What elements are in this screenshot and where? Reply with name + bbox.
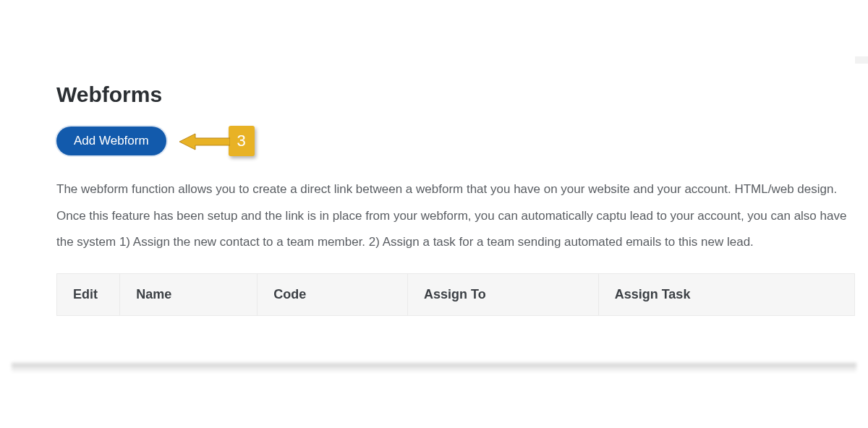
page-title: Webforms <box>56 82 855 107</box>
arrow-left-icon <box>179 132 230 150</box>
column-header-assign-to[interactable]: Assign To <box>408 273 599 315</box>
table-header-row: Edit Name Code Assign To Assign Task <box>57 273 855 315</box>
column-header-assign-task[interactable]: Assign Task <box>598 273 854 315</box>
column-header-name[interactable]: Name <box>120 273 258 315</box>
webforms-card: Webforms Add Webform 3 The webform funct… <box>13 56 855 316</box>
svg-marker-0 <box>179 134 230 150</box>
add-webform-button[interactable]: Add Webform <box>56 127 166 155</box>
card-drop-shadow <box>12 363 856 373</box>
webforms-description: The webform function allows you to creat… <box>56 176 855 256</box>
step-callout: 3 <box>179 126 255 156</box>
column-header-edit[interactable]: Edit <box>57 273 120 315</box>
column-header-code[interactable]: Code <box>258 273 408 315</box>
step-number-badge: 3 <box>229 126 255 156</box>
webforms-table: Edit Name Code Assign To Assign Task <box>56 273 855 316</box>
